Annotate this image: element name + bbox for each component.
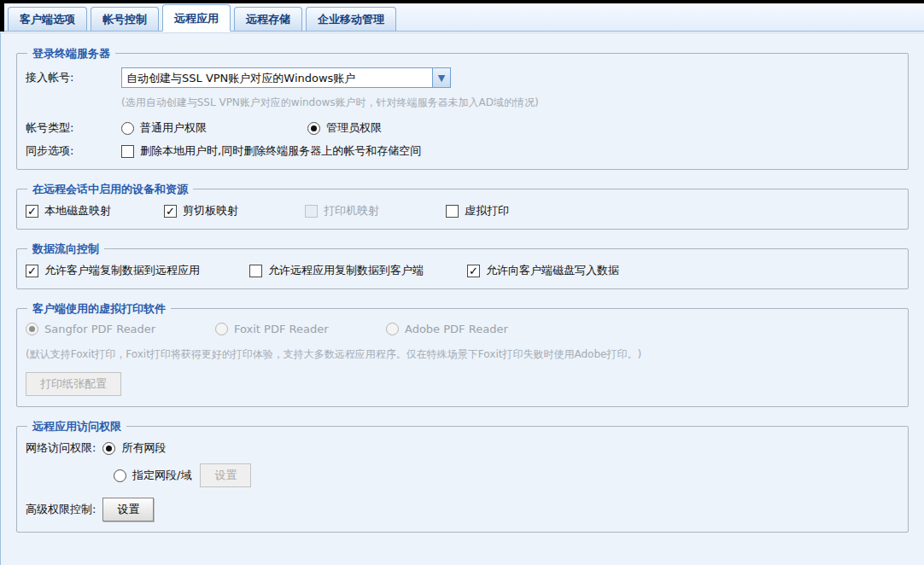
checkbox-virtual-print[interactable]: 虚拟打印 — [446, 203, 509, 218]
radio-disabled-icon — [215, 323, 228, 335]
checkbox-icon — [446, 205, 459, 218]
tab-remote-storage[interactable]: 远程存储 — [234, 7, 302, 31]
chevron-down-icon[interactable]: ▼ — [433, 67, 451, 88]
radio-label: 指定网段/域 — [132, 468, 191, 483]
checkbox-label: 本地磁盘映射 — [44, 203, 111, 218]
radio-sangfor-pdf-reader: Sangfor PDF Reader — [26, 323, 215, 335]
section-title: 数据流向控制 — [27, 242, 104, 257]
checkbox-label: 允许远程应用复制数据到客户端 — [268, 263, 424, 278]
radio-label: Sangfor PDF Reader — [44, 323, 155, 335]
dataflow-row: 允许客户端复制数据到远程应用 允许远程应用复制数据到客户端 允许向客户端磁盘写入… — [26, 263, 899, 278]
network-permission-label: 网络访问权限: — [26, 440, 96, 456]
checkbox-checked-icon — [26, 205, 38, 218]
printer-hint: (默认支持Foxit打印，Foxit打印将获得更好的打印体验，支持大多数远程应用… — [26, 347, 899, 362]
account-type-label: 帐号类型: — [26, 120, 121, 136]
radio-disabled-selected-icon — [26, 323, 38, 335]
access-account-hint: (选用自动创建与SSL VPN账户对应的windows账户时，针对终端服务器未加… — [121, 96, 899, 110]
checkbox-delete-local-user-sync[interactable]: 删除本地用户时,同时删除终端服务器上的帐号和存储空间 — [121, 143, 421, 159]
checkbox-label: 删除本地用户时,同时删除终端服务器上的帐号和存储空间 — [140, 143, 421, 159]
specified-segment-row: 指定网段/域 设置 — [114, 463, 899, 487]
radio-normal-user-permission[interactable]: 普通用户权限 — [121, 120, 307, 136]
advanced-permission-settings-button[interactable]: 设置 — [102, 498, 154, 521]
checkbox-label: 打印机映射 — [324, 203, 379, 218]
radio-icon — [114, 469, 126, 482]
radio-foxit-pdf-reader: Foxit PDF Reader — [215, 323, 386, 335]
checkbox-printer-mapping: 打印机映射 — [305, 203, 446, 218]
section-virtual-print-software: 客户端使用的虚拟打印软件 Sangfor PDF Reader Foxit PD… — [16, 308, 909, 407]
checkbox-local-disk-mapping[interactable]: 本地磁盘映射 — [26, 203, 164, 218]
checkbox-clipboard-mapping[interactable]: 剪切板映射 — [164, 203, 305, 218]
section-login-terminal-server: 登录终端服务器 接入帐号: 自动创建与SSL VPN账户对应的Windows账户… — [16, 53, 909, 170]
section-data-flow-control: 数据流向控制 允许客户端复制数据到远程应用 允许远程应用复制数据到客户端 允许向… — [16, 248, 909, 289]
sync-option-row: 同步选项: 删除本地用户时,同时删除终端服务器上的帐号和存储空间 — [26, 143, 899, 159]
tab-enterprise-mobile[interactable]: 企业移动管理 — [306, 7, 396, 31]
devices-row: 本地磁盘映射 剪切板映射 打印机映射 虚拟打印 — [26, 203, 899, 218]
tab-account-control[interactable]: 帐号控制 — [91, 7, 159, 31]
checkbox-checked-icon — [467, 265, 480, 277]
section-title: 远程应用访问权限 — [27, 419, 126, 434]
radio-adobe-pdf-reader: Adobe PDF Reader — [386, 323, 508, 335]
section-title: 客户端使用的虚拟打印软件 — [27, 301, 171, 317]
radio-label: Foxit PDF Reader — [234, 323, 329, 335]
radio-label: 管理员权限 — [326, 120, 382, 136]
checkbox-label: 剪切板映射 — [183, 203, 238, 218]
radio-specified-segment-domain[interactable]: 指定网段/域 — [114, 468, 191, 483]
tab-content-remote-app: 登录终端服务器 接入帐号: 自动创建与SSL VPN账户对应的Windows账户… — [0, 32, 924, 565]
access-account-label: 接入帐号: — [26, 70, 121, 85]
advanced-permission-row: 高级权限控制: 设置 — [26, 498, 899, 521]
section-remote-session-devices: 在远程会话中启用的设备和资源 本地磁盘映射 剪切板映射 打印机映射 虚拟打印 — [16, 189, 909, 230]
section-title: 登录终端服务器 — [27, 46, 115, 61]
tab-bar: 客户端选项 帐号控制 远程应用 远程存储 企业移动管理 — [4, 3, 924, 32]
printer-options-row: Sangfor PDF Reader Foxit PDF Reader Adob… — [26, 323, 899, 335]
radio-disabled-icon — [386, 323, 399, 335]
access-account-select[interactable]: 自动创建与SSL VPN账户对应的Windows账户 ▼ — [121, 67, 451, 88]
checkbox-disabled-icon — [305, 205, 318, 218]
print-paper-config-button: 打印纸张配置 — [26, 372, 121, 396]
radio-selected-icon — [102, 442, 115, 455]
access-account-value[interactable]: 自动创建与SSL VPN账户对应的Windows账户 — [121, 67, 433, 88]
checkbox-allow-write-client-disk[interactable]: 允许向客户端磁盘写入数据 — [467, 263, 619, 278]
checkbox-icon — [249, 265, 262, 277]
checkbox-allow-remote-copy-to-client[interactable]: 允许远程应用复制数据到客户端 — [249, 263, 467, 278]
specified-segment-settings-button: 设置 — [200, 463, 251, 487]
account-type-row: 帐号类型: 普通用户权限 管理员权限 — [26, 120, 899, 136]
tab-remote-app[interactable]: 远程应用 — [162, 4, 231, 32]
advanced-permission-label: 高级权限控制: — [26, 502, 96, 517]
radio-label: 所有网段 — [121, 440, 166, 456]
checkbox-checked-icon — [26, 265, 38, 277]
section-remote-app-access-permission: 远程应用访问权限 网络访问权限: 所有网段 指定网段/域 设置 高级权限控制: … — [16, 426, 909, 533]
tab-client-options[interactable]: 客户端选项 — [8, 7, 87, 31]
checkbox-allow-client-copy-to-remote[interactable]: 允许客户端复制数据到远程应用 — [26, 263, 249, 278]
access-account-row: 接入帐号: 自动创建与SSL VPN账户对应的Windows账户 ▼ — [26, 67, 899, 88]
paper-config-row: 打印纸张配置 — [26, 372, 899, 396]
network-permission-row: 网络访问权限: 所有网段 — [26, 440, 899, 456]
section-title: 在远程会话中启用的设备和资源 — [27, 182, 193, 197]
checkbox-label: 允许向客户端磁盘写入数据 — [486, 263, 619, 278]
radio-icon — [121, 122, 134, 135]
radio-label: 普通用户权限 — [140, 120, 207, 136]
checkbox-checked-icon — [164, 205, 177, 218]
radio-all-network-segments[interactable]: 所有网段 — [102, 440, 166, 456]
radio-label: Adobe PDF Reader — [405, 323, 508, 335]
remote-app-settings-window: 客户端选项 帐号控制 远程应用 远程存储 企业移动管理 登录终端服务器 接入帐号… — [0, 0, 924, 565]
radio-selected-icon — [307, 122, 320, 135]
radio-admin-permission[interactable]: 管理员权限 — [307, 120, 382, 136]
sync-option-label: 同步选项: — [26, 143, 121, 159]
checkbox-icon — [121, 145, 134, 158]
checkbox-label: 虚拟打印 — [465, 203, 509, 218]
checkbox-label: 允许客户端复制数据到远程应用 — [44, 263, 200, 278]
